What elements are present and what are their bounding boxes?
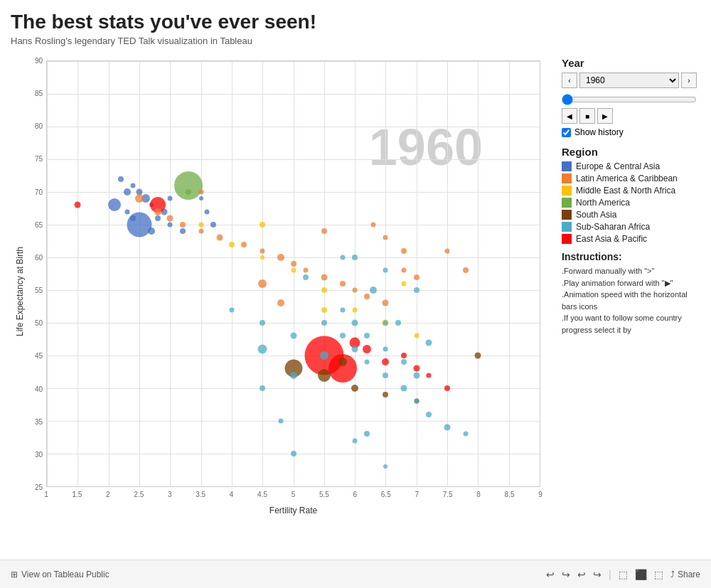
data-bubble[interactable] bbox=[383, 235, 388, 240]
view-tableau-link[interactable]: View on Tableau Public bbox=[21, 570, 109, 579]
data-bubble[interactable] bbox=[353, 307, 358, 312]
data-bubble[interactable] bbox=[260, 255, 264, 260]
data-bubble[interactable] bbox=[401, 353, 407, 358]
data-bubble[interactable] bbox=[382, 358, 389, 365]
data-bubble[interactable] bbox=[291, 261, 296, 267]
data-bubble[interactable] bbox=[352, 255, 358, 260]
data-bubble[interactable] bbox=[426, 412, 432, 417]
data-bubble[interactable] bbox=[321, 287, 327, 293]
data-bubble[interactable] bbox=[338, 358, 347, 366]
data-bubble[interactable] bbox=[401, 385, 407, 392]
data-bubble[interactable] bbox=[241, 242, 247, 247]
data-bubble[interactable] bbox=[291, 451, 296, 456]
data-bubble[interactable] bbox=[198, 223, 203, 228]
year-select[interactable]: 1960 bbox=[579, 73, 679, 88]
data-bubble[interactable] bbox=[340, 307, 345, 312]
data-bubble[interactable] bbox=[318, 369, 331, 382]
data-bubble[interactable] bbox=[155, 215, 161, 221]
data-bubble[interactable] bbox=[464, 432, 469, 437]
play-back-btn[interactable]: ◀ bbox=[562, 108, 577, 124]
data-bubble[interactable] bbox=[205, 209, 210, 214]
download-btn[interactable]: ⬛ bbox=[635, 569, 647, 580]
data-bubble[interactable] bbox=[383, 268, 388, 273]
data-bubble[interactable] bbox=[383, 346, 388, 351]
data-bubble[interactable] bbox=[108, 198, 121, 211]
play-pause-btn[interactable]: ■ bbox=[579, 108, 595, 124]
data-bubble[interactable] bbox=[364, 431, 370, 437]
data-bubble[interactable] bbox=[353, 438, 358, 443]
data-bubble[interactable] bbox=[364, 294, 370, 299]
device-btn[interactable]: ⬚ bbox=[619, 569, 628, 580]
data-bubble[interactable] bbox=[426, 339, 432, 346]
data-bubble[interactable] bbox=[321, 274, 327, 280]
data-bubble[interactable] bbox=[229, 242, 235, 247]
revert-btn[interactable]: ↩ bbox=[577, 569, 586, 580]
data-bubble[interactable] bbox=[444, 424, 451, 431]
data-bubble[interactable] bbox=[260, 222, 265, 228]
data-bubble[interactable] bbox=[321, 307, 327, 313]
data-bubble[interactable] bbox=[463, 267, 469, 273]
data-bubble[interactable] bbox=[303, 274, 309, 280]
data-bubble[interactable] bbox=[414, 399, 419, 404]
data-bubble[interactable] bbox=[340, 281, 346, 287]
data-bubble[interactable] bbox=[167, 215, 173, 221]
data-bubble[interactable] bbox=[198, 190, 203, 195]
data-bubble[interactable] bbox=[383, 300, 389, 306]
year-next-btn[interactable]: › bbox=[681, 73, 697, 88]
data-bubble[interactable] bbox=[210, 222, 216, 228]
data-bubble[interactable] bbox=[401, 359, 407, 365]
data-bubble[interactable] bbox=[127, 213, 151, 237]
data-bubble[interactable] bbox=[124, 188, 131, 196]
redo-btn[interactable]: ↪ bbox=[562, 569, 570, 580]
data-bubble[interactable] bbox=[277, 254, 284, 261]
data-bubble[interactable] bbox=[279, 419, 284, 424]
data-bubble[interactable] bbox=[340, 333, 346, 338]
share-btn[interactable]: ⤴ Share bbox=[670, 570, 700, 579]
data-bubble[interactable] bbox=[414, 287, 419, 293]
data-bubble[interactable] bbox=[290, 372, 297, 379]
data-bubble[interactable] bbox=[414, 333, 419, 338]
data-bubble[interactable] bbox=[371, 223, 376, 228]
show-history-checkbox[interactable] bbox=[562, 128, 571, 137]
data-bubble[interactable] bbox=[427, 373, 432, 378]
forward-btn[interactable]: ↪ bbox=[593, 569, 602, 580]
data-bubble[interactable] bbox=[351, 385, 358, 392]
data-bubble[interactable] bbox=[383, 373, 388, 378]
year-slider[interactable] bbox=[562, 94, 697, 105]
data-bubble[interactable] bbox=[475, 353, 481, 359]
data-bubble[interactable] bbox=[303, 268, 308, 273]
data-bubble[interactable] bbox=[402, 268, 407, 273]
data-bubble[interactable] bbox=[124, 209, 129, 214]
data-bubble[interactable] bbox=[260, 248, 265, 253]
data-bubble[interactable] bbox=[383, 464, 387, 469]
data-bubble[interactable] bbox=[118, 176, 124, 182]
data-bubble[interactable] bbox=[363, 345, 371, 353]
data-bubble[interactable] bbox=[174, 171, 203, 200]
data-bubble[interactable] bbox=[154, 208, 161, 215]
data-bubble[interactable] bbox=[290, 333, 296, 339]
data-bubble[interactable] bbox=[352, 320, 358, 326]
year-prev-btn[interactable]: ‹ bbox=[562, 73, 577, 88]
data-bubble[interactable] bbox=[258, 279, 267, 288]
data-bubble[interactable] bbox=[444, 385, 450, 391]
data-bubble[interactable] bbox=[198, 229, 203, 234]
data-bubble[interactable] bbox=[320, 351, 328, 360]
data-bubble[interactable] bbox=[365, 360, 370, 365]
data-bubble[interactable] bbox=[402, 281, 407, 286]
data-bubble[interactable] bbox=[340, 255, 345, 260]
data-bubble[interactable] bbox=[383, 321, 388, 326]
data-bubble[interactable] bbox=[413, 372, 419, 378]
data-bubble[interactable] bbox=[277, 299, 284, 306]
data-bubble[interactable] bbox=[383, 392, 388, 397]
data-bubble[interactable] bbox=[445, 248, 450, 253]
data-bubble[interactable] bbox=[321, 320, 327, 326]
data-bubble[interactable] bbox=[131, 183, 136, 188]
data-bubble[interactable] bbox=[321, 228, 327, 234]
data-bubble[interactable] bbox=[413, 365, 419, 372]
data-bubble[interactable] bbox=[148, 228, 155, 235]
play-forward-btn[interactable]: ▶ bbox=[597, 108, 613, 124]
data-bubble[interactable] bbox=[168, 223, 173, 228]
data-bubble[interactable] bbox=[260, 320, 265, 326]
data-bubble[interactable] bbox=[260, 385, 265, 391]
embed-btn[interactable]: ⬚ bbox=[654, 569, 663, 580]
